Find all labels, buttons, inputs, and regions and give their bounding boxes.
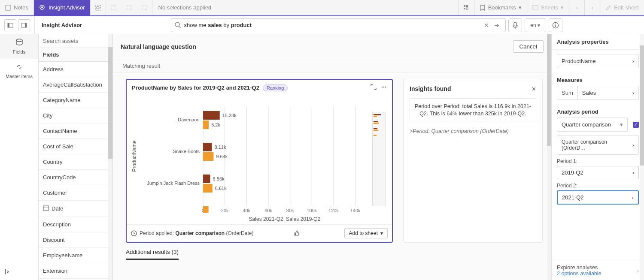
pencil-icon	[605, 5, 611, 11]
svg-rect-65	[374, 116, 377, 117]
smart-search-button[interactable]	[91, 0, 106, 15]
nl-question-title: Natural language question	[121, 43, 196, 50]
edit-sheet-button[interactable]: Edit sheet	[600, 0, 644, 15]
fields-list[interactable]: AddressAverageCallSatisfactionCategoryNa…	[39, 62, 112, 280]
field-item[interactable]: Extension	[39, 263, 112, 279]
clear-selections-button[interactable]	[137, 0, 152, 15]
language-selector[interactable]: en ▾	[525, 18, 546, 32]
fields-search-input[interactable]	[43, 38, 108, 44]
svg-text:15.28k: 15.28k	[222, 113, 237, 118]
step-forward-button[interactable]	[122, 0, 137, 15]
rail-tab-fields[interactable]: Fields	[0, 34, 38, 59]
selections-tool-button[interactable]	[459, 0, 474, 15]
insights-title: Insights found	[410, 85, 451, 92]
bookmarks-button[interactable]: Bookmarks ▾	[474, 0, 527, 15]
insight-icon	[39, 4, 46, 11]
fullscreen-button[interactable]	[371, 84, 377, 91]
chevron-down-icon: ▾	[538, 22, 540, 28]
period-applied-label: Period applied:	[140, 230, 174, 236]
ranking-badge: Ranking	[263, 84, 288, 91]
dimension-selector[interactable]: ProductName ›	[557, 54, 639, 68]
submit-query-button[interactable]: ➔	[492, 22, 502, 29]
field-item[interactable]: Discount	[39, 232, 112, 248]
chart-body[interactable]: 020k40k60k80k100k120k140k15.28k5.2kDaven…	[127, 96, 392, 224]
fields-scrollbar-thumb[interactable]	[108, 47, 112, 159]
svg-rect-67	[374, 123, 379, 124]
svg-text:5.2k: 5.2k	[211, 122, 220, 127]
chart-footer: Period applied: Quarter comparison (Orde…	[127, 224, 392, 242]
field-item[interactable]: Customer	[39, 185, 112, 201]
bar-chart[interactable]: 020k40k60k80k100k120k140k15.28k5.2kDaven…	[130, 98, 371, 223]
more-button[interactable]	[381, 84, 387, 91]
sheets-label: Sheets	[541, 4, 558, 11]
rail-tab-master-items[interactable]: Master items	[0, 59, 38, 83]
svg-rect-14	[8, 23, 9, 27]
chevron-down-icon: ▾	[519, 4, 522, 11]
nl-query-input[interactable]: show me sales by product	[182, 22, 481, 28]
prev-sheet-button[interactable]: ‹	[569, 0, 584, 15]
measure-selector[interactable]: Sum Sales ›	[557, 86, 639, 100]
field-item[interactable]: Description	[39, 217, 112, 232]
field-item[interactable]: City	[39, 108, 112, 123]
microphone-icon	[512, 22, 518, 29]
field-item[interactable]: Date	[39, 201, 112, 217]
svg-line-18	[179, 26, 181, 28]
center-scrollbar-thumb[interactable]	[547, 34, 551, 146]
collapse-rail-button[interactable]	[0, 264, 38, 280]
insight-label: Insight Advisor	[49, 4, 85, 11]
explore-analyses[interactable]: Explore analyses 2 options available ›	[552, 260, 644, 280]
period-type-selector[interactable]: Quarter comparison ▾	[557, 117, 628, 132]
period1-selector[interactable]: 2019-Q2 ›	[557, 166, 639, 179]
voice-button[interactable]	[508, 18, 522, 32]
svg-rect-22	[555, 25, 556, 27]
field-item[interactable]: CategoryName	[39, 93, 112, 108]
notes-tab[interactable]: Notes	[0, 0, 34, 15]
matching-result-label: Matching result	[113, 59, 551, 73]
svg-rect-9	[466, 5, 468, 7]
period2-selector[interactable]: 2021-Q2 ›	[557, 190, 639, 205]
chart-card-header: ProductName by Sales for 2019-Q2 and 202…	[127, 80, 392, 96]
next-sheet-button[interactable]: ›	[584, 0, 600, 15]
bookmarks-label: Bookmarks	[488, 4, 516, 11]
field-item[interactable]: ContactName	[39, 123, 112, 139]
sheets-button[interactable]: Sheets ▾	[527, 0, 569, 15]
field-item[interactable]: Country	[39, 154, 112, 170]
close-insights-button[interactable]: ✕	[532, 86, 536, 92]
svg-point-28	[383, 87, 385, 88]
period-enabled-checkbox[interactable]: ✓	[633, 122, 639, 128]
notes-icon	[5, 5, 11, 11]
add-to-sheet-button[interactable]: Add to sheet ▾	[344, 228, 388, 238]
field-item[interactable]: EmployeeName	[39, 248, 112, 263]
clear-query-button[interactable]: ✕	[481, 22, 492, 29]
chart-minimap[interactable]	[372, 112, 386, 206]
additional-results-tab[interactable]: Additional results (3)	[126, 249, 179, 260]
chevron-down-icon: ▾	[561, 4, 564, 11]
panel-right-toggle[interactable]	[18, 19, 30, 31]
bookmark-icon	[480, 5, 486, 11]
chart-card: ProductName by Sales for 2019-Q2 and 202…	[126, 79, 393, 243]
nl-search-box[interactable]: show me sales by product ✕ ➔	[171, 18, 506, 32]
page-title: Insight Advisor	[35, 22, 89, 28]
step-forward-icon	[126, 5, 132, 11]
panel-left-toggle[interactable]	[4, 19, 16, 31]
step-back-button[interactable]	[106, 0, 122, 15]
period-calendar-selector[interactable]: Quarter comparison (OrderD… ›	[557, 135, 639, 155]
cancel-button[interactable]: Cancel	[513, 40, 544, 53]
insight-advisor-tab[interactable]: Insight Advisor	[34, 0, 91, 15]
field-item[interactable]: AverageCallSatisfaction	[39, 77, 112, 93]
svg-rect-64	[374, 114, 381, 115]
aggregation-value[interactable]: Sum	[557, 86, 578, 99]
svg-rect-11	[466, 8, 468, 9]
svg-rect-66	[374, 121, 378, 122]
field-item[interactable]: CountryCode	[39, 170, 112, 185]
properties-scrollbar-thumb[interactable]	[640, 45, 644, 166]
info-button[interactable]	[549, 18, 562, 32]
chart-help-button[interactable]	[293, 229, 300, 238]
svg-text:Snake Boots: Snake Boots	[173, 149, 200, 154]
svg-point-23	[16, 39, 22, 42]
panel-left-icon	[7, 22, 13, 28]
chevron-right-icon: ›	[632, 142, 634, 148]
field-item[interactable]: Cost of Sale	[39, 139, 112, 154]
field-item[interactable]: Address	[39, 62, 112, 77]
svg-rect-10	[464, 8, 465, 9]
